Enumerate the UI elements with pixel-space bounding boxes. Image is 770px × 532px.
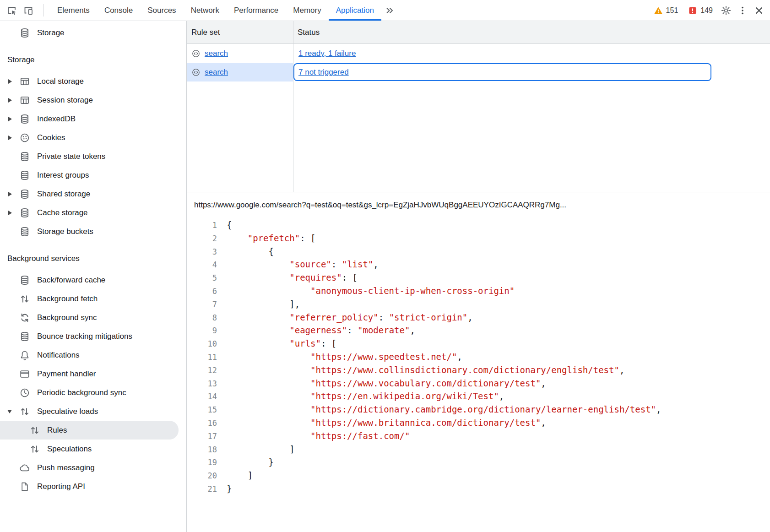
expander-spacer bbox=[7, 222, 19, 241]
sidebar-item-session-storage[interactable]: Session storage bbox=[0, 91, 186, 109]
status-cell[interactable]: 1 ready, 1 failure bbox=[293, 44, 770, 63]
column-header-status[interactable]: Status bbox=[293, 21, 770, 43]
sidebar-item-label: Cookies bbox=[37, 133, 65, 142]
rule-set-row[interactable]: search1 ready, 1 failure bbox=[187, 44, 770, 63]
status-link[interactable]: 1 ready, 1 failure bbox=[298, 49, 356, 58]
expander-spacer bbox=[7, 364, 19, 383]
code-token: ], bbox=[227, 299, 300, 309]
toggle-device-toolbar-button[interactable] bbox=[20, 0, 37, 21]
sidebar-item-label: Notifications bbox=[37, 351, 80, 360]
code-token: , bbox=[619, 365, 624, 375]
sidebar-item-periodic-background-sync[interactable]: Periodic background sync bbox=[0, 383, 186, 402]
sidebar-item-background-fetch[interactable]: Background fetch bbox=[0, 289, 186, 308]
sidebar-item-cookies[interactable]: Cookies bbox=[0, 128, 186, 147]
code-token bbox=[227, 286, 310, 296]
sidebar-item-push-messaging[interactable]: Push messaging bbox=[0, 458, 186, 477]
sidebar-item-back-forward-cache[interactable]: Back/forward cache bbox=[0, 271, 186, 289]
tab-network[interactable]: Network bbox=[184, 0, 227, 21]
updown-icon bbox=[19, 406, 30, 417]
tree-expander-icon[interactable] bbox=[7, 128, 19, 147]
expander-spacer bbox=[7, 458, 19, 477]
code-token: ] bbox=[227, 470, 253, 480]
tree-expander-icon[interactable] bbox=[7, 185, 19, 203]
inspect-element-button[interactable] bbox=[4, 0, 20, 21]
sidebar-item-background-sync[interactable]: Background sync bbox=[0, 308, 186, 327]
expander-spacer bbox=[7, 346, 19, 364]
code-token: "moderate" bbox=[358, 325, 410, 335]
rule-set-link[interactable]: search bbox=[205, 49, 228, 58]
sidebar-item-storage[interactable]: Storage bbox=[0, 23, 186, 42]
code-token bbox=[227, 352, 310, 362]
rule-set-row[interactable]: search7 not triggered bbox=[187, 63, 770, 81]
expander-spacer bbox=[7, 477, 19, 496]
sidebar-item-cache-storage[interactable]: Cache storage bbox=[0, 203, 186, 222]
code-token: "urls" bbox=[289, 338, 321, 348]
code-token: "https://www.vocabulary.com/dictionary/t… bbox=[310, 378, 541, 388]
tab-elements[interactable]: Elements bbox=[50, 0, 97, 21]
rule-sets-table: Rule set Status search1 ready, 1 failure… bbox=[187, 21, 770, 192]
rules-rows: search1 ready, 1 failuresearch7 not trig… bbox=[187, 44, 770, 81]
sidebar-item-shared-storage[interactable]: Shared storage bbox=[0, 185, 186, 203]
rule-set-link[interactable]: search bbox=[205, 68, 228, 77]
column-divider bbox=[293, 21, 293, 192]
code-token bbox=[227, 312, 289, 322]
code-token: : [ bbox=[300, 233, 315, 243]
sidebar-item-private-state-tokens[interactable]: Private state tokens bbox=[0, 147, 186, 166]
table-header-row: Rule set Status bbox=[187, 21, 770, 44]
sidebar-item-storage-buckets[interactable]: Storage buckets bbox=[0, 222, 186, 241]
sidebar-item-notifications[interactable]: Notifications bbox=[0, 346, 186, 364]
tab-memory[interactable]: Memory bbox=[286, 0, 328, 21]
status-cell[interactable]: 7 not triggered bbox=[293, 63, 770, 81]
updown-icon bbox=[29, 425, 40, 436]
tree-expander-icon[interactable] bbox=[7, 91, 19, 109]
code-lines[interactable]: 1{2 "prefetch": [3 {4 "source": "list",5… bbox=[187, 217, 770, 532]
expander-spacer bbox=[17, 440, 29, 458]
rule-set-cell[interactable]: search bbox=[187, 44, 293, 63]
rule-set-cell[interactable]: search bbox=[187, 63, 293, 81]
sidebar-section-background-services: Background services bbox=[0, 241, 186, 271]
tab-sources[interactable]: Sources bbox=[140, 0, 183, 21]
sidebar-item-speculations[interactable]: Speculations bbox=[0, 440, 186, 458]
settings-button[interactable] bbox=[718, 0, 734, 21]
sidebar-item-label: Bounce tracking mitigations bbox=[37, 332, 132, 341]
issues-count-button[interactable]: 149 bbox=[683, 0, 718, 21]
column-header-rule-set[interactable]: Rule set bbox=[187, 21, 293, 43]
code-token: , bbox=[373, 259, 378, 269]
tree-expander-icon[interactable] bbox=[7, 109, 19, 128]
line-number: 20 bbox=[187, 469, 217, 483]
warnings-count-button[interactable]: 151 bbox=[649, 0, 683, 21]
sidebar-item-local-storage[interactable]: Local storage bbox=[0, 72, 186, 91]
selection-focus-ring bbox=[293, 63, 711, 81]
application-sidebar[interactable]: StorageStorageLocal storageSession stora… bbox=[0, 21, 187, 532]
source-url-text: https://www.google.com/search?q=test&oq=… bbox=[194, 201, 566, 210]
tab-console[interactable]: Console bbox=[97, 0, 140, 21]
expander-spacer bbox=[7, 289, 19, 308]
sidebar-item-bounce-tracking-mitigations[interactable]: Bounce tracking mitigations bbox=[0, 327, 186, 346]
sidebar-item-indexeddb[interactable]: IndexedDB bbox=[0, 109, 186, 128]
tree-expander-icon[interactable] bbox=[7, 72, 19, 91]
sidebar-item-speculative-loads[interactable]: Speculative loads bbox=[0, 402, 186, 421]
document-icon bbox=[19, 481, 30, 492]
sidebar-item-rules[interactable]: Rules bbox=[0, 421, 179, 440]
tree-expander-icon[interactable] bbox=[7, 203, 19, 222]
code-token bbox=[227, 378, 310, 388]
sidebar-item-label: Speculative loads bbox=[37, 407, 98, 416]
sidebar-item-interest-groups[interactable]: Interest groups bbox=[0, 166, 186, 185]
tab-performance[interactable]: Performance bbox=[227, 0, 286, 21]
close-devtools-button[interactable] bbox=[751, 0, 767, 21]
code-line: 20 ] bbox=[187, 469, 770, 482]
sidebar-item-label: Storage buckets bbox=[37, 227, 93, 236]
line-number: 5 bbox=[187, 271, 217, 285]
code-token bbox=[227, 338, 289, 348]
sidebar-item-reporting-api[interactable]: Reporting API bbox=[0, 477, 186, 496]
sidebar-item-payment-handler[interactable]: Payment handler bbox=[0, 364, 186, 383]
devtools-tabs: ElementsConsoleSourcesNetworkPerformance… bbox=[50, 0, 381, 21]
code-line: 2 "prefetch": [ bbox=[187, 232, 770, 245]
table-icon bbox=[19, 76, 30, 87]
tree-expander-icon[interactable] bbox=[7, 402, 19, 421]
customize-devtools-menu-button[interactable] bbox=[734, 0, 751, 21]
status-link[interactable]: 7 not triggered bbox=[298, 68, 349, 77]
more-tabs-button[interactable] bbox=[381, 0, 398, 21]
line-number: 13 bbox=[187, 377, 217, 391]
tab-application[interactable]: Application bbox=[329, 0, 381, 21]
